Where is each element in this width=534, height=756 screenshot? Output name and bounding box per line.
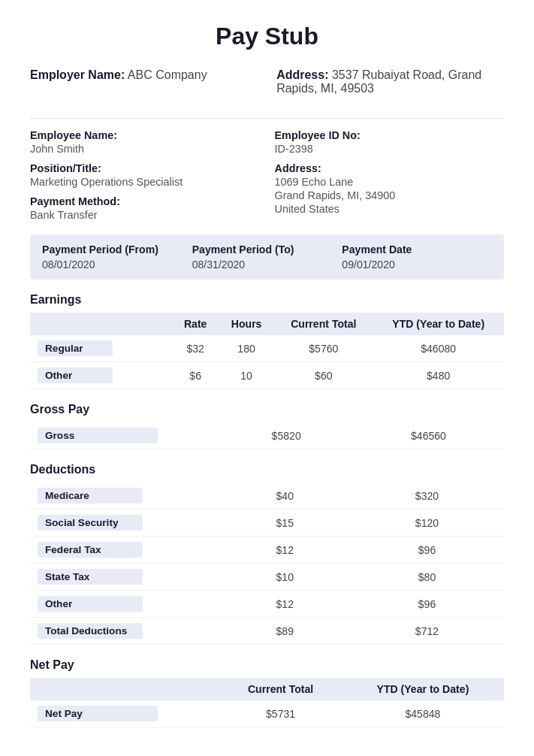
earnings-row-hours: 180 [219,335,274,362]
employee-name-cell: Employee Name: John Smith [30,129,260,155]
earnings-table: Rate Hours Current Total YTD (Year to Da… [30,313,504,389]
deductions-row-current: $89 [219,618,350,645]
gross-pay-ytd: $46560 [353,422,504,449]
earnings-row-ytd: $480 [373,362,504,389]
employee-id-value: ID-2398 [275,143,505,155]
net-pay-col-current: Current Total [219,678,341,700]
deductions-row-ytd: $96 [350,537,504,564]
gross-pay-row: Gross $5820 $46560 [30,422,504,449]
earnings-row-label-cell: Regular [30,335,172,362]
payment-date-label: Payment Date [342,243,492,256]
payment-period-to-label: Payment Period (To) [192,243,342,256]
deductions-row: Total Deductions $89 $712 [30,618,504,645]
deductions-row-current: $12 [219,537,350,564]
employer-section: Employer Name: ABC Company Address: 3537… [30,68,504,103]
deductions-row-label: Federal Tax [38,542,143,558]
net-pay-col-ytd: YTD (Year to Date) [342,678,504,700]
gross-pay-label-cell: Gross [30,422,219,449]
employee-name-label: Employee Name: [30,129,260,141]
earnings-row: Other $6 10 $60 $480 [30,362,504,389]
deductions-row: State Tax $10 $80 [30,564,504,591]
deductions-row-ytd: $712 [350,618,504,645]
employee-position-cell: Position/Title: Marketing Operations Spe… [30,162,260,188]
earnings-col-hours: Hours [219,313,274,335]
earnings-row-label: Regular [38,340,113,356]
deductions-row-label-cell: State Tax [30,564,219,591]
earnings-col-rate: Rate [172,313,219,335]
employee-payment-method-cell: Payment Method: Bank Transfer [30,195,260,221]
employee-id-cell: Employee ID No: ID-2398 [275,129,505,155]
net-pay-header-row: Current Total YTD (Year to Date) [30,678,504,700]
deductions-row-ytd: $320 [350,482,504,510]
employer-name-value: ABC Company [128,68,207,81]
deductions-row-label-cell: Other [30,591,219,618]
earnings-row: Regular $32 180 $5760 $46080 [30,335,504,362]
net-pay-col-empty [30,678,219,700]
earnings-row-rate: $32 [172,335,219,362]
deductions-row-label-cell: Medicare [30,482,219,510]
payment-period-from-value: 08/01/2020 [42,259,192,271]
deductions-row-label: Social Security [38,515,143,531]
employee-address-line1: 1069 Echo Lane [275,176,505,188]
gross-pay-current: $5820 [219,422,353,449]
payment-period-from-cell: Payment Period (From) 08/01/2020 [42,243,192,271]
deductions-row-label-cell: Social Security [30,510,219,537]
employee-address-line3: United States [275,203,505,215]
deductions-row: Federal Tax $12 $96 [30,537,504,564]
employee-address-cell: Address: 1069 Echo Lane Grand Rapids, MI… [275,162,505,221]
gross-pay-section-title: Gross Pay [30,403,504,416]
employer-name-label: Employer Name: [30,68,125,81]
earnings-row-rate: $6 [172,362,219,389]
deductions-row-current: $12 [219,591,350,618]
employee-position-label: Position/Title: [30,162,260,174]
payment-period-from-label: Payment Period (From) [42,243,192,256]
deductions-section-title: Deductions [30,463,504,476]
net-pay-table: Current Total YTD (Year to Date) Net Pay… [30,678,504,727]
employee-info-grid: Employee Name: John Smith Employee ID No… [30,118,504,221]
gross-pay-table: Gross $5820 $46560 [30,422,504,449]
employee-address-line2: Grand Rapids, MI, 34900 [275,189,505,201]
deductions-row-ytd: $120 [350,510,504,537]
deductions-row-label: Medicare [38,488,143,503]
earnings-row-ytd: $46080 [373,335,504,362]
employee-position-value: Marketing Operations Specialist [30,176,260,188]
earnings-header-row: Rate Hours Current Total YTD (Year to Da… [30,313,504,335]
deductions-row-label-cell: Total Deductions [30,618,219,645]
deductions-table: Medicare $40 $320 Social Security $15 $1… [30,482,504,645]
payment-period-bar: Payment Period (From) 08/01/2020 Payment… [30,234,504,280]
earnings-col-current: Current Total [274,313,373,335]
deductions-row: Medicare $40 $320 [30,482,504,510]
employee-payment-method-label: Payment Method: [30,195,260,207]
employee-id-label: Employee ID No: [275,129,505,141]
deductions-row-label: Total Deductions [38,623,143,639]
employer-name-block: Employer Name: ABC Company [30,68,258,82]
deductions-row-label-cell: Federal Tax [30,537,219,564]
earnings-row-hours: 10 [219,362,274,389]
net-pay-current: $5731 [219,700,341,727]
payment-date-value: 09/01/2020 [342,259,492,271]
deductions-row-ytd: $80 [350,564,504,591]
deductions-row-current: $10 [219,564,350,591]
net-pay-ytd: $45848 [342,700,504,727]
payment-period-to-value: 08/31/2020 [192,259,342,271]
earnings-col-empty [30,313,172,335]
earnings-row-label: Other [38,367,113,383]
employer-address-label: Address: [276,68,328,81]
deductions-row-ytd: $96 [350,591,504,618]
employer-address-block: Address: 3537 Rubaiyat Road, Grand Rapid… [276,68,504,95]
payment-period-to-cell: Payment Period (To) 08/31/2020 [192,243,342,271]
gross-pay-label: Gross [38,428,158,443]
employee-address-label: Address: [275,162,505,174]
deductions-row-label: State Tax [38,569,143,585]
earnings-row-label-cell: Other [30,362,172,389]
deductions-row: Social Security $15 $120 [30,510,504,537]
net-pay-row: Net Pay $5731 $45848 [30,700,504,727]
payment-date-cell: Payment Date 09/01/2020 [342,243,492,271]
net-pay-label: Net Pay [38,706,158,721]
deductions-row-current: $40 [219,482,350,510]
net-pay-label-cell: Net Pay [30,700,219,727]
employee-payment-method-value: Bank Transfer [30,209,260,221]
page-title: Pay Stub [30,23,504,50]
employee-name-value: John Smith [30,143,260,155]
net-pay-section-title: Net Pay [30,658,504,672]
